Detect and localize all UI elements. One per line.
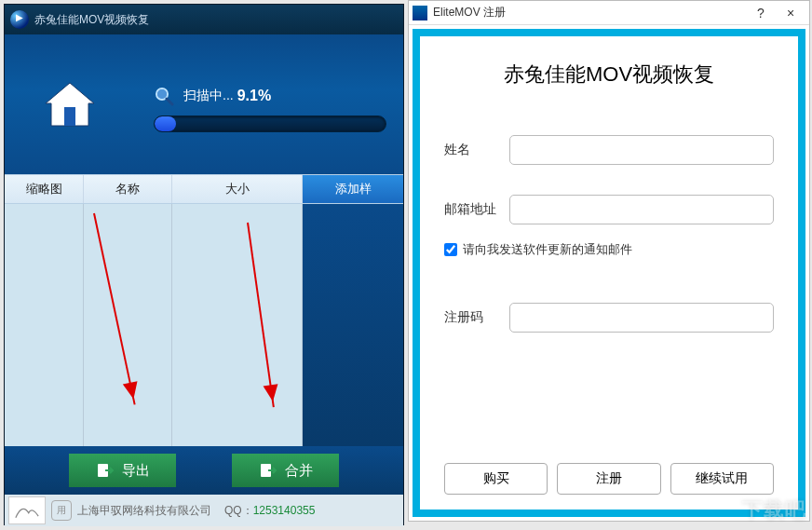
code-input[interactable] (509, 303, 774, 333)
export-label: 导出 (122, 462, 150, 480)
tb-col-thumb (5, 204, 84, 446)
svg-point-3 (157, 89, 167, 99)
app-title: 赤兔佳能MOV视频恢复 (34, 12, 149, 28)
dialog-body: 赤兔佳能MOV视频恢复 姓名 邮箱地址 请向我发送软件更新的通知邮件 注册码 购… (413, 29, 805, 517)
dialog-titlebar[interactable]: EliteMOV 注册 ? × (409, 1, 809, 25)
name-input[interactable] (509, 135, 774, 165)
register-dialog: EliteMOV 注册 ? × 赤兔佳能MOV视频恢复 姓名 邮箱地址 请向我发… (408, 0, 810, 522)
qq-value: 1253140355 (253, 504, 316, 517)
header-area: 扫描中... 9.1% (5, 34, 403, 174)
home-icon[interactable] (42, 79, 98, 130)
row-code: 注册码 (444, 303, 774, 333)
continue-trial-button[interactable]: 继续试用 (670, 463, 774, 495)
notify-checkbox[interactable] (444, 243, 457, 256)
merge-button[interactable]: 合并 (232, 454, 339, 487)
svg-line-4 (167, 99, 172, 104)
buy-button[interactable]: 购买 (444, 463, 548, 495)
progress-bar (154, 116, 386, 132)
notify-checkbox-row[interactable]: 请向我发送软件更新的通知邮件 (444, 241, 774, 258)
dialog-button-row: 购买 注册 继续试用 (444, 463, 774, 495)
col-size[interactable]: 大小 (172, 175, 303, 203)
help-button[interactable]: ? (746, 2, 776, 24)
search-icon (154, 86, 174, 106)
company-name: 上海甲驭网络科技有限公司 (77, 503, 211, 519)
email-input[interactable] (509, 195, 774, 224)
notify-label: 请向我发送软件更新的通知邮件 (463, 241, 632, 258)
footer: 用 上海甲驭网络科技有限公司 QQ： 1253140355 (5, 495, 403, 526)
scan-status: 扫描中... 9.1% (154, 86, 396, 132)
company-logo (8, 496, 46, 524)
code-label: 注册码 (444, 309, 509, 326)
export-button[interactable]: 导出 (69, 454, 176, 487)
action-row: 导出 合并 (5, 446, 403, 495)
dialog-app-icon (413, 6, 427, 20)
register-button[interactable]: 注册 (557, 463, 660, 495)
scan-percent: 9.1% (237, 88, 271, 104)
add-sample-button[interactable]: 添加样 (303, 175, 403, 203)
close-button[interactable]: × (776, 2, 805, 24)
scan-label: 扫描中... (183, 88, 234, 104)
progress-fill (155, 116, 176, 131)
merge-icon (259, 461, 277, 480)
row-email: 邮箱地址 (444, 195, 774, 224)
main-window: 赤兔佳能MOV视频恢复 扫描中... 9.1% (4, 4, 404, 525)
company-badge-icon: 用 (51, 500, 72, 521)
main-titlebar[interactable]: 赤兔佳能MOV视频恢复 (5, 5, 403, 34)
col-thumbnail[interactable]: 缩略图 (5, 175, 84, 203)
app-icon (10, 10, 29, 29)
export-icon (96, 461, 115, 480)
merge-label: 合并 (285, 462, 313, 480)
tb-col-name (84, 204, 172, 446)
tb-col-size (172, 204, 303, 446)
name-label: 姓名 (444, 142, 509, 158)
col-name[interactable]: 名称 (84, 175, 172, 203)
table-body (5, 204, 403, 446)
tb-col-right (303, 204, 403, 446)
svg-rect-1 (64, 107, 75, 126)
dialog-title: 赤兔佳能MOV视频恢复 (444, 61, 774, 88)
qq-label: QQ： (224, 503, 253, 519)
dialog-window-title: EliteMOV 注册 (433, 5, 506, 20)
row-name: 姓名 (444, 135, 774, 165)
table-header: 缩略图 名称 大小 添加样 (5, 174, 403, 204)
email-label: 邮箱地址 (444, 201, 509, 218)
